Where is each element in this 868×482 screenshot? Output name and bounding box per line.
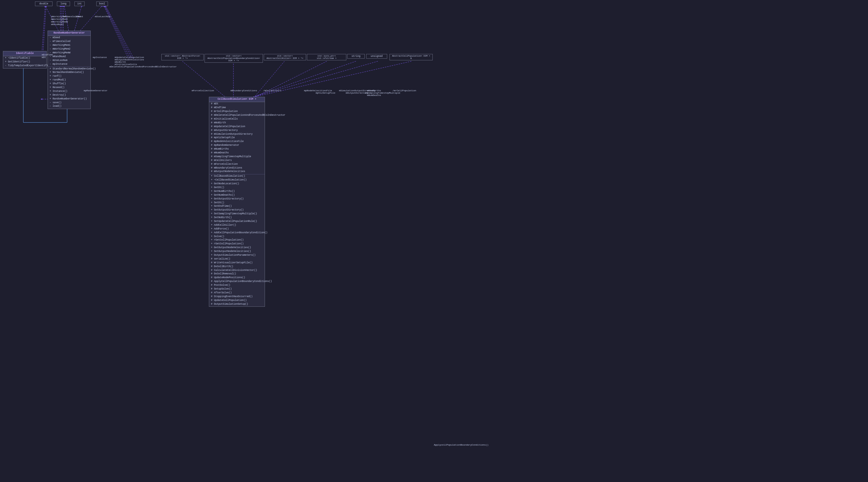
type-stdvector-abstractcellpopulationbc: std::vector< AbstractCellPopulationBound…	[205, 54, 263, 63]
cbs-method-28: # UpdateNodePositions()	[210, 276, 264, 280]
cbs-member-mCellKillers: # mCellKillers	[210, 159, 264, 162]
cbs-member-mDt: # mDt	[210, 102, 264, 106]
arrows-layer	[0, 0, 868, 482]
svg-line-25	[43, 6, 46, 55]
cbs-method-8: + SetDt()	[210, 201, 264, 205]
svg-line-22	[105, 6, 132, 58]
identifiable-title: Identifiable	[3, 51, 46, 56]
ml-mSeed: mSeed	[76, 15, 83, 18]
cbs-method-12: + SetNoBirth()	[210, 216, 264, 220]
svg-line-23	[105, 6, 134, 58]
rng-member-1: - mSeed	[49, 36, 89, 40]
rng-methods: + StandardNormalRandomDeviate() + Normal…	[48, 67, 90, 109]
cbs-method-25: # DoCellBirth()	[210, 265, 264, 268]
cbs-member-mrCellPopulation: # mrCellPopulation	[210, 110, 264, 114]
ml-mRandNum2: mRandNum2	[51, 23, 64, 26]
cbs-members: # mDt # mEndTime # mrCellPopulation # mD…	[209, 102, 265, 174]
identifiable-method-1: + ~Identifiable()	[4, 57, 45, 60]
cbs-method-33: # StoppingEventHasOccurred()	[210, 295, 264, 298]
ml-mpInstance: mpInstance	[93, 56, 107, 59]
cbs-member-mNumDeaths: # mNumDeaths	[210, 151, 264, 155]
cbs-method-21: + SetOutputNodeVelocities()	[210, 250, 264, 254]
cbs-method-6: + GetNumDeaths()	[210, 193, 264, 197]
cbs-member-mpRandomGenerator: # mpRandomGenerator	[210, 144, 264, 148]
identifiable-method-3: - TidyTemplatedExportIdentifier()	[4, 64, 45, 68]
ml-mEndTime: mEndTime	[42, 53, 53, 56]
cbs-member-mOutputNodeVelocities: # mOutputNodeVelocities	[210, 170, 264, 174]
cbs-method-10: + SetOutputDirectory()	[210, 208, 264, 212]
cbs-member-mNoBirth: # mNoBirth	[210, 121, 264, 125]
ml-mNumDeaths-label: mNumDeaths	[367, 94, 381, 97]
cbs-method-13: + SetUpdateCellPopulationRule()	[210, 220, 264, 224]
cbs-method-9: + SetEndTime()	[210, 205, 264, 208]
rng-method-4: + randMod()	[49, 78, 89, 82]
cellbasedsimulation-box: CellBasedSimulation< DIM > # mDt # mEndT…	[209, 97, 265, 307]
rng-method-7: + Instance()	[49, 90, 89, 93]
type-double: double	[35, 1, 53, 6]
cbs-member-mForceCollection: # mForceCollection	[210, 162, 264, 166]
cbs-method-11: + SetSamplingTimestepMultiple()	[210, 212, 264, 216]
cbs-member-mSimulationOutputDirectory: # mSimulationOutputDirectory	[210, 132, 264, 136]
rng-title: RandomNumberGenerator	[48, 31, 90, 36]
rng-member-7: - mUseLasNum	[49, 59, 89, 62]
cbs-method-14: + AddCellKiller()	[210, 223, 264, 227]
type-string: string	[347, 54, 365, 59]
rng-method-9: + RandomNumberGenerator()	[49, 97, 89, 101]
ml-mWorkingMem2: mWorkingMem2	[51, 18, 68, 21]
cbs-method-1: + CellBasedSimulation()	[210, 175, 264, 179]
cbs-method-23: # serialize()	[210, 257, 264, 261]
cbs-member-mBoundaryConditions: # mBoundaryConditions	[210, 166, 264, 170]
rng-method-5: + Shuffle()	[49, 82, 89, 86]
rng-box: RandomNumberGenerator - mSeed - mTimesCa…	[48, 31, 91, 109]
ml-mWorkingMemW: mWorkingMemW	[51, 21, 68, 23]
cbs-method-20: + GetOutputNodeVelocities()	[210, 246, 264, 250]
cbs-method-19: + rGetCellPopulation()	[210, 242, 264, 246]
diagram-container: double long int bool mWorkingMem1 mWorki…	[0, 0, 868, 482]
rng-method-3: + ranf()	[49, 75, 89, 78]
type-abstractcellpopulation: AbstractCellPopulation< DIM > &	[390, 54, 433, 60]
cbs-member-mpVizSetupFile: # mpVizSetupFile	[210, 136, 264, 140]
cbs-member-mEndTime: # mEndTime	[210, 106, 264, 110]
cbs-member-mSamplingTimestepMultiple: # mSamplingTimestepMultiple	[210, 155, 264, 159]
rng-method-2: + NormalRandomDeviate()	[49, 71, 89, 75]
rng-member-8: - mpInstance	[49, 62, 89, 66]
type-unsigned: unsigned	[366, 54, 387, 59]
cbs-method-29: # ApplyCellPopulationBoundaryConditions(…	[210, 280, 264, 284]
type-bool: bool	[96, 1, 108, 6]
identifiable-methods: + ~Identifiable() + GetIdentifier() - Ti…	[3, 56, 46, 68]
rng-member-6: - mRandNum2	[49, 55, 89, 59]
identifiable-box: Identifiable + ~Identifiable() + GetIden…	[3, 51, 47, 68]
rng-members: - mSeed - mTimesCalled - mWorkingMem1 - …	[48, 36, 90, 67]
svg-line-6	[80, 6, 102, 31]
rng-method-8: + Destroy()	[49, 93, 89, 97]
rng-method-11: - load()	[49, 105, 89, 108]
svg-line-5	[74, 6, 82, 31]
cbs-method-2: + ~CellBasedSimulation()	[210, 179, 264, 182]
cbs-method-24: # WriteVisualizerSetupFile()	[210, 261, 264, 265]
rng-member-4: - mWorkingMem2	[49, 47, 89, 51]
identifiable-method-2: + GetIdentifier()	[4, 60, 45, 64]
cbs-method-3: + GetNodeLocation()	[210, 182, 264, 186]
svg-line-15	[254, 61, 284, 98]
cbs-method-32: # AfterSolve()	[210, 291, 264, 295]
cbs-title: CellBasedSimulation< DIM >	[209, 97, 265, 102]
rng-member-3: - mWorkingMem1	[49, 44, 89, 47]
cbs-member-mOutputDirectory: # mOutputDirectory	[210, 129, 264, 132]
cbs-method-26: # CalculateCellDivisionVector()	[210, 268, 264, 272]
type-stdvector-abstractcellkiller: std::vector< AbstractCellKiller< DIM > *…	[264, 54, 306, 60]
rng-member-2: - mTimesCalled	[49, 40, 89, 44]
cbs-member-mNumBirths: # mNumBirths	[210, 148, 264, 151]
cbs-method-27: # DoCellRemoval()	[210, 272, 264, 276]
ml-mDt: mDt	[42, 56, 46, 59]
cbs-method-15: + AddForce()	[210, 227, 264, 231]
svg-line-21	[104, 6, 130, 58]
ml-mCellKillers-label: /mCellKillers	[263, 89, 281, 92]
cbs-member-mInitialiseCells: # mInitialiseCells	[210, 117, 264, 121]
cbs-member-mUpdateCellPopulation: # mUpdateCellPopulation	[210, 125, 264, 129]
cbs-method-35: # OutputSimulationSetup()	[210, 302, 264, 306]
ml-mBoundaryConditions-label: mBoundaryConditions	[230, 89, 257, 92]
cbs-method-18: + rGetCellPopulation()	[210, 238, 264, 242]
type-long: long	[57, 1, 70, 6]
type-int: int	[74, 1, 85, 6]
cbs-method-7: + GetOutputDirectory()	[210, 197, 264, 201]
